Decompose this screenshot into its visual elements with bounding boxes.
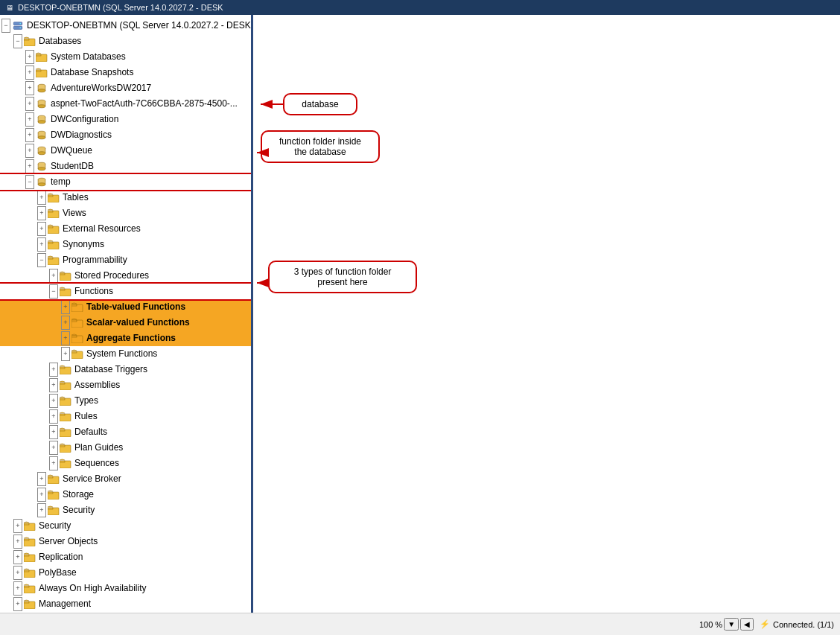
tree-item-service-broker[interactable]: Service Broker — [0, 471, 251, 487]
expander-dwqueue[interactable] — [24, 144, 36, 158]
expander-databases[interactable] — [12, 34, 24, 48]
zoom-controls[interactable]: 100 % ▼ ◀ — [699, 618, 754, 631]
expander-storage[interactable] — [36, 488, 48, 502]
zoom-dropdown[interactable]: ▼ — [724, 618, 739, 631]
expander-server[interactable] — [0, 19, 12, 33]
icon-tables — [48, 193, 60, 202]
expander-always-on[interactable] — [12, 581, 24, 596]
expander-scalar-valued[interactable] — [60, 316, 71, 330]
tree-item-plan-guides[interactable]: Plan Guides — [0, 440, 251, 456]
tree-item-server[interactable]: DESKTOP-ONEBTMN (SQL Server 14.0.2027.2 … — [0, 18, 251, 33]
expander-database-snapshots[interactable] — [24, 66, 36, 80]
label-dwqueue: DWQueue — [49, 144, 92, 157]
expander-stored-procedures[interactable] — [48, 269, 60, 283]
expander-service-broker[interactable] — [36, 472, 48, 486]
icon-system-databases — [36, 52, 48, 62]
tree-item-assemblies[interactable]: Assemblies — [0, 377, 251, 393]
tree-item-dwqueue[interactable]: DWQueue — [0, 143, 251, 159]
zoom-left[interactable]: ◀ — [740, 618, 754, 631]
tree-item-management[interactable]: Management — [0, 596, 251, 612]
tree-item-server-objects[interactable]: Server Objects — [0, 534, 251, 549]
tree-item-database-triggers[interactable]: Database Triggers — [0, 362, 251, 377]
expander-defaults[interactable] — [48, 425, 60, 439]
tree-item-dwconfiguration[interactable]: DWConfiguration — [0, 112, 251, 127]
tree-item-dwdiagnostics[interactable]: DWDiagnostics — [0, 127, 251, 143]
expander-dwdiagnostics[interactable] — [24, 128, 36, 142]
expander-sequences[interactable] — [48, 456, 60, 470]
expander-rules[interactable] — [48, 409, 60, 424]
tree-item-studentdb[interactable]: StudentDB — [0, 159, 251, 174]
tree-item-replication[interactable]: Replication — [0, 549, 251, 565]
tree-item-types[interactable]: Types — [0, 393, 251, 409]
expander-management[interactable] — [12, 597, 24, 611]
tree-item-external-resources[interactable]: External Resources — [0, 221, 251, 237]
svg-rect-88 — [24, 523, 29, 525]
expander-server-objects[interactable] — [12, 535, 24, 549]
expander-synonyms[interactable] — [36, 237, 48, 252]
tree-item-scalar-valued[interactable]: Scalar-valued Functions — [0, 315, 251, 331]
expander-plan-guides[interactable] — [48, 441, 60, 455]
tree-item-functions[interactable]: Functions — [0, 284, 251, 299]
tree-item-always-on[interactable]: Always On High Availability — [0, 581, 251, 596]
tree-item-temp[interactable]: temp — [0, 174, 251, 190]
expander-system-functions[interactable] — [60, 347, 71, 361]
tree-item-integration-services[interactable]: Integration Services Catalogs — [0, 612, 251, 613]
tree-item-rules[interactable]: Rules — [0, 409, 251, 424]
icon-replication — [24, 552, 36, 562]
tree-item-databases[interactable]: Databases — [0, 33, 251, 49]
icon-dwqueue — [36, 146, 48, 156]
tree-item-database-snapshots[interactable]: Database Snapshots — [0, 65, 251, 80]
expander-views[interactable] — [36, 206, 48, 220]
tree-item-synonyms[interactable]: Synonyms — [0, 237, 251, 252]
expander-adventureworks[interactable] — [24, 81, 36, 95]
expander-table-valued[interactable] — [60, 300, 71, 314]
svg-rect-5 — [24, 39, 29, 40]
icon-table-valued — [71, 302, 83, 312]
tree-item-adventureworks[interactable]: AdventureWorksDW2017 — [0, 80, 251, 96]
tree-item-aspnet[interactable]: aspnet-TwoFactAuth-7C66CBBA-2875-4500-..… — [0, 96, 251, 112]
expander-aggregate[interactable] — [60, 331, 71, 345]
expander-polybase[interactable] — [12, 566, 24, 580]
label-studentdb: StudentDB — [49, 160, 94, 173]
svg-point-17 — [38, 105, 45, 108]
label-scalar-valued: Scalar-valued Functions — [85, 316, 190, 329]
tree-item-sequences[interactable]: Sequences — [0, 456, 251, 471]
expander-types[interactable] — [48, 394, 60, 408]
tree-item-security-db[interactable]: Security — [0, 502, 251, 518]
expander-security[interactable] — [12, 519, 24, 533]
svg-point-32 — [38, 152, 45, 155]
svg-rect-56 — [60, 273, 65, 275]
expander-dwconfiguration[interactable] — [24, 112, 36, 127]
expander-functions[interactable] — [48, 284, 60, 299]
expander-assemblies[interactable] — [48, 378, 60, 392]
svg-rect-62 — [71, 320, 77, 322]
expander-temp[interactable] — [24, 175, 36, 189]
tree-item-security[interactable]: Security — [0, 518, 251, 534]
tree-item-table-valued[interactable]: Table-valued Functions — [0, 299, 251, 315]
annotations-svg — [253, 15, 840, 613]
icon-studentdb — [36, 162, 48, 171]
tree-item-tables[interactable]: Tables — [0, 190, 251, 205]
tree-item-defaults[interactable]: Defaults — [0, 424, 251, 440]
tree-item-views[interactable]: Views — [0, 205, 251, 221]
tree-item-system-functions[interactable]: System Functions — [0, 346, 251, 362]
tree-item-stored-procedures[interactable]: Stored Procedures — [0, 268, 251, 284]
tree-item-polybase[interactable]: PolyBase — [0, 565, 251, 581]
icon-synonyms — [48, 240, 60, 249]
expander-programmability[interactable] — [36, 253, 48, 267]
tree-item-aggregate[interactable]: Aggregate Functions — [0, 331, 251, 346]
expander-studentdb[interactable] — [24, 159, 36, 173]
expander-replication[interactable] — [12, 550, 24, 564]
tree-item-system-databases[interactable]: System Databases — [0, 49, 251, 65]
expander-security-db[interactable] — [36, 503, 48, 517]
tree-item-storage[interactable]: Storage — [0, 487, 251, 502]
expander-aspnet[interactable] — [24, 97, 36, 111]
label-database-triggers: Database Triggers — [73, 363, 147, 376]
expander-tables[interactable] — [36, 191, 48, 205]
tree-panel[interactable]: DESKTOP-ONEBTMN (SQL Server 14.0.2027.2 … — [0, 15, 253, 613]
expander-database-triggers[interactable] — [48, 363, 60, 377]
expander-external-resources[interactable] — [36, 222, 48, 236]
expander-system-databases[interactable] — [24, 50, 36, 64]
tree-item-programmability[interactable]: Programmability — [0, 252, 251, 268]
label-external-resources: External Resources — [61, 223, 141, 235]
